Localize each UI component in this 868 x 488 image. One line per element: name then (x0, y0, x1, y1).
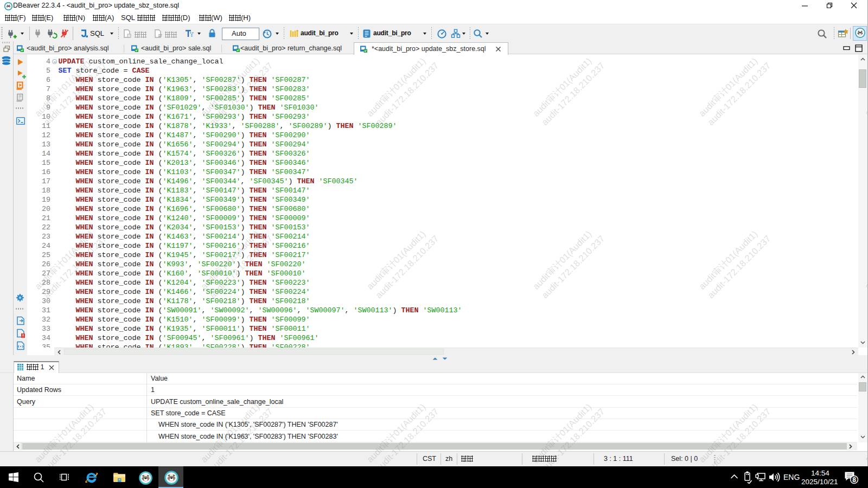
svg-text:8: 8 (852, 476, 856, 484)
